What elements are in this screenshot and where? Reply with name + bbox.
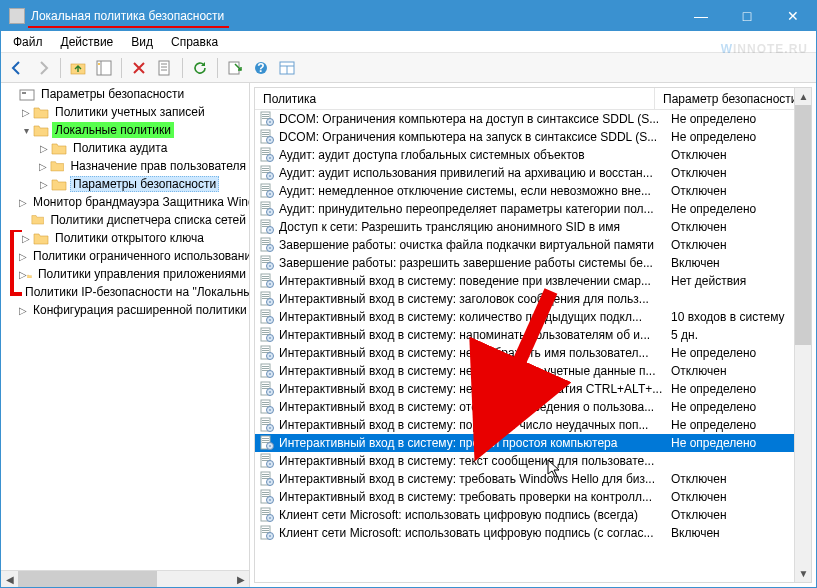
policy-row[interactable]: Интерактивный вход в систему: количество… [255, 308, 811, 326]
policy-row[interactable]: Клиент сети Microsoft: использовать цифр… [255, 524, 811, 542]
svg-rect-88 [269, 319, 270, 321]
svg-rect-36 [262, 168, 269, 169]
svg-rect-66 [262, 258, 269, 259]
scroll-down-icon[interactable]: ▼ [795, 565, 812, 582]
help-button[interactable]: ? [249, 56, 273, 80]
policy-row[interactable]: Интерактивный вход в систему: предел про… [255, 434, 811, 452]
expand-icon[interactable]: ▷ [19, 195, 27, 209]
policy-row[interactable]: Интерактивный вход в систему: пороговое … [255, 416, 811, 434]
svg-rect-124 [269, 427, 270, 429]
policy-row[interactable]: Интерактивный вход в систему: требовать … [255, 488, 811, 506]
back-button[interactable] [5, 56, 29, 80]
policy-value: Отключен [671, 508, 811, 522]
policy-row[interactable]: Аудит: немедленное отключение системы, е… [255, 182, 811, 200]
tree-item-network-list[interactable]: Политики диспетчера списка сетей [1, 211, 249, 229]
policy-icon [259, 129, 275, 145]
close-button[interactable]: ✕ [770, 1, 816, 31]
refresh-button[interactable] [188, 56, 212, 80]
policy-row[interactable]: Интерактивный вход в систему: не отображ… [255, 362, 811, 380]
policy-row[interactable]: DCOM: Ограничения компьютера на доступ в… [255, 110, 811, 128]
expand-icon[interactable]: ▷ [19, 249, 27, 263]
policy-row[interactable]: DCOM: Ограничения компьютера на запуск в… [255, 128, 811, 146]
expand-icon[interactable]: ▷ [37, 177, 51, 191]
collapse-icon[interactable]: ▾ [19, 123, 33, 137]
tree-item-app-control[interactable]: ▷Политики управления приложениями [1, 265, 249, 283]
policy-row[interactable]: Интерактивный вход в систему: не требова… [255, 380, 811, 398]
policy-row[interactable]: Аудит: аудит использования привилегий на… [255, 164, 811, 182]
svg-rect-42 [262, 186, 269, 187]
policy-row[interactable]: Интерактивный вход в систему: отображать… [255, 398, 811, 416]
tree-h-scrollbar[interactable]: ◀ ▶ [1, 570, 249, 587]
policy-row[interactable]: Клиент сети Microsoft: использовать цифр… [255, 506, 811, 524]
menu-help[interactable]: Справка [163, 33, 226, 51]
policy-row[interactable]: Доступ к сети: Разрешить трансляцию анон… [255, 218, 811, 236]
tree-pane[interactable]: Параметры безопасности ▷Политики учетных… [1, 83, 250, 587]
tree-item-local-policies[interactable]: ▾Локальные политики [1, 121, 249, 139]
menu-action[interactable]: Действие [53, 33, 122, 51]
scroll-track[interactable] [18, 571, 232, 588]
policy-row[interactable]: Аудит: принудительно переопределяет пара… [255, 200, 811, 218]
tree-item-user-rights[interactable]: ▷Назначение прав пользователя [1, 157, 249, 175]
policy-row[interactable]: Интерактивный вход в систему: напоминать… [255, 326, 811, 344]
up-folder-button[interactable] [66, 56, 90, 80]
scroll-thumb[interactable] [18, 571, 157, 588]
policy-row[interactable]: Интерактивный вход в систему: текст сооб… [255, 452, 811, 470]
policy-name: Интерактивный вход в систему: предел про… [279, 436, 671, 450]
expand-icon[interactable]: ▷ [19, 303, 27, 317]
policy-row[interactable]: Интерактивный вход в систему: требовать … [255, 470, 811, 488]
tree-item-audit-policy[interactable]: ▷Политика аудита [1, 139, 249, 157]
column-policy[interactable]: Политика [255, 88, 655, 109]
svg-rect-60 [262, 240, 269, 241]
properties-button[interactable] [153, 56, 177, 80]
svg-rect-4 [159, 61, 169, 75]
policy-row[interactable]: Интерактивный вход в систему: поведение … [255, 272, 811, 290]
forward-button[interactable] [31, 56, 55, 80]
list-v-scrollbar[interactable]: ▲ ▼ [794, 88, 811, 582]
maximize-button[interactable]: □ [724, 1, 770, 31]
tree-item-adv-audit[interactable]: ▷Конфигурация расширенной политики аудит… [1, 301, 249, 319]
scroll-right-icon[interactable]: ▶ [232, 571, 249, 588]
show-hide-tree-button[interactable] [92, 56, 116, 80]
policy-row[interactable]: Завершение работы: разрешить завершение … [255, 254, 811, 272]
column-setting[interactable]: Параметр безопасности [655, 88, 811, 109]
expand-icon[interactable]: ▷ [37, 159, 50, 173]
policy-row[interactable]: Интерактивный вход в систему: не отображ… [255, 344, 811, 362]
policy-row[interactable]: Интерактивный вход в систему: заголовок … [255, 290, 811, 308]
scroll-up-icon[interactable]: ▲ [795, 88, 812, 105]
expand-icon[interactable]: ▷ [19, 105, 33, 119]
policy-name: Интерактивный вход в систему: пороговое … [279, 418, 671, 432]
expand-icon[interactable]: ▷ [19, 231, 33, 245]
delete-button[interactable] [127, 56, 151, 80]
svg-rect-82 [269, 301, 270, 303]
tree-item-security-options[interactable]: ▷Параметры безопасности [1, 175, 249, 193]
policy-icon [259, 183, 275, 199]
menu-file[interactable]: Файл [5, 33, 51, 51]
scroll-left-icon[interactable]: ◀ [1, 571, 18, 588]
expand-icon[interactable]: ▷ [19, 267, 27, 281]
list-pane: Политика Параметр безопасности DCOM: Огр… [254, 87, 812, 583]
svg-rect-127 [262, 440, 269, 441]
tree-root[interactable]: Параметры безопасности [1, 85, 249, 103]
policy-row[interactable]: Аудит: аудит доступа глобальных системны… [255, 146, 811, 164]
tree-item-public-key[interactable]: ▷Политики открытого ключа [1, 229, 249, 247]
policy-icon [259, 525, 275, 541]
policy-name: DCOM: Ограничения компьютера на доступ в… [279, 112, 671, 126]
export-button[interactable] [223, 56, 247, 80]
expand-icon[interactable]: ▷ [37, 141, 51, 155]
scroll-thumb[interactable] [795, 105, 811, 345]
tree-label: Параметры безопасности [70, 176, 219, 192]
svg-rect-22 [269, 121, 270, 123]
tree-item-account-policies[interactable]: ▷Политики учетных записей [1, 103, 249, 121]
policy-row[interactable]: Завершение работы: очистка файла подкачк… [255, 236, 811, 254]
view-button[interactable] [275, 56, 299, 80]
tree-item-firewall[interactable]: ▷Монитор брандмауэра Защитника Windows [1, 193, 249, 211]
minimize-button[interactable]: — [678, 1, 724, 31]
list-body[interactable]: DCOM: Ограничения компьютера на доступ в… [255, 110, 811, 582]
menu-view[interactable]: Вид [123, 33, 161, 51]
svg-rect-70 [269, 265, 270, 267]
svg-rect-40 [269, 175, 270, 177]
policy-name: Аудит: немедленное отключение системы, е… [279, 184, 671, 198]
tree-item-ipsec[interactable]: Политики IP-безопасности на "Локальный к… [1, 283, 249, 301]
svg-rect-103 [262, 368, 269, 369]
tree-item-software-restriction[interactable]: ▷Политики ограниченного использования пр… [1, 247, 249, 265]
